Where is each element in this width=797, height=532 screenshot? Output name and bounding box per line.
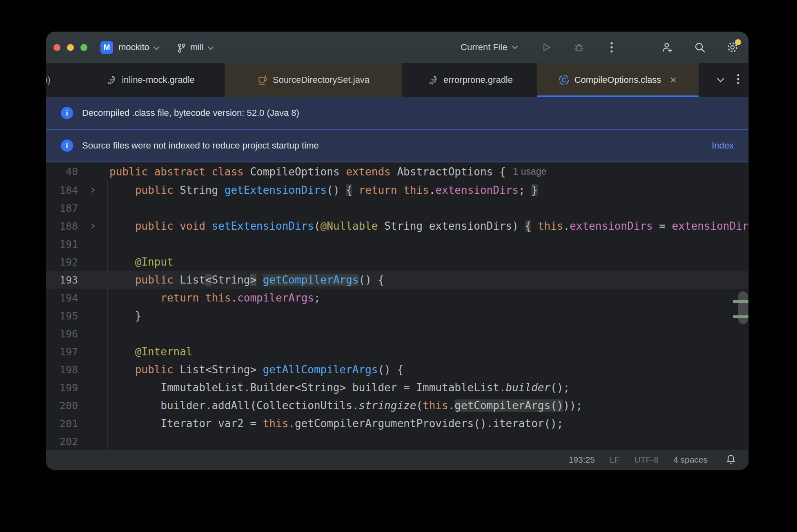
gutter: 202 (46, 432, 107, 449)
code-line-193[interactable]: 193 public List<String> getCompilerArgs(… (46, 271, 748, 289)
code-line-194[interactable]: 194 return this.compilerArgs; (46, 289, 748, 307)
code-line-192[interactable]: 192 @Input (46, 253, 748, 271)
usages-inlay-hint[interactable]: 1 usage (513, 166, 547, 177)
index-link[interactable]: Index (712, 140, 734, 151)
line-number[interactable]: 196 (46, 328, 78, 340)
code-token: CompileOptions (250, 166, 346, 178)
indent-indicator[interactable]: 4 spaces (673, 455, 708, 465)
code-token: void (180, 220, 211, 232)
code-token: class (211, 166, 250, 178)
window-controls (53, 44, 87, 51)
code-line-184[interactable]: 184 public String getExtensionDirs() { r… (46, 181, 748, 199)
class-file-icon: C (558, 74, 570, 86)
fold-arrow-icon[interactable] (78, 222, 107, 230)
code-line-191[interactable]: 191 (46, 235, 748, 253)
settings-gear-icon[interactable] (726, 40, 739, 54)
gutter: 184 (46, 181, 107, 199)
line-number[interactable]: 201 (46, 418, 78, 430)
gutter: 200 (46, 397, 107, 415)
code-line-200[interactable]: 200 builder.addAll(CollectionUtils.strin… (46, 397, 748, 415)
close-window-button[interactable] (53, 44, 60, 51)
code-token: .getCompilerArgumentProviders().iterator… (288, 417, 563, 430)
code-token (109, 220, 135, 232)
code-line-199[interactable]: 199 ImmutableList.Builder<String> builde… (46, 379, 748, 397)
tab-compileoptions-class[interactable]: CCompileOptions.class (537, 63, 699, 97)
fold-arrow-icon[interactable] (78, 186, 107, 194)
line-number[interactable]: 198 (46, 364, 78, 376)
code-token (109, 399, 160, 412)
code-line-196[interactable]: 196 (46, 325, 748, 343)
code-token: )); (563, 399, 582, 412)
code-with-me-user-plus-icon[interactable] (660, 40, 674, 54)
line-number[interactable]: 187 (46, 202, 78, 214)
code-token: getAllCompilerArgs (263, 364, 378, 376)
code-token: . (231, 292, 237, 304)
encoding-indicator[interactable]: UTF-8 (634, 455, 659, 465)
tab-options-kebab-icon[interactable] (737, 74, 739, 86)
git-branch-widget[interactable]: mill (177, 42, 214, 53)
tab-errorprone-gradle[interactable]: errorprone.gradle (402, 63, 537, 97)
code-token (352, 184, 359, 196)
code-line-195[interactable]: 195 } (46, 307, 748, 325)
run-configuration-selector[interactable]: Current File (461, 42, 518, 53)
notifications-bell-icon[interactable] (726, 454, 736, 466)
debug-button[interactable] (572, 40, 586, 54)
code-token: ( (314, 220, 321, 232)
search-icon[interactable] (693, 40, 707, 54)
code-token (109, 256, 135, 268)
line-number[interactable]: 202 (46, 436, 78, 448)
code-token: extensionDirs (570, 220, 653, 232)
gutter: 187 (46, 199, 107, 217)
code-token: String extensionDirs) (378, 220, 525, 232)
line-number[interactable]: 191 (46, 238, 78, 250)
code-token: (); (550, 381, 570, 394)
gutter: 191 (46, 235, 107, 253)
code-line-188[interactable]: 188 public void setExtensionDirs(@Nullab… (46, 217, 748, 235)
close-tab-icon[interactable] (669, 76, 677, 84)
code-token: List<String> (180, 364, 263, 376)
code-token (109, 364, 135, 376)
code-token: { (346, 184, 352, 196)
code-line-202[interactable]: 202 (46, 432, 748, 449)
code-token: ImmutableList.Builder<String> builder = … (160, 381, 505, 394)
code-line-187[interactable]: 187 (46, 199, 748, 217)
tab-b[interactable]: b) (46, 63, 75, 97)
tab-label: b) (46, 75, 51, 85)
line-number[interactable]: 199 (46, 382, 78, 394)
line-number[interactable]: 193 (46, 274, 78, 286)
line-number[interactable]: 194 (46, 292, 78, 304)
code-token: compilerArgs (237, 292, 314, 304)
code-token: AbstractOptions (397, 166, 499, 178)
code-line-201[interactable]: 201 Iterator var2 = this.getCompilerArgu… (46, 415, 748, 432)
code-token: builder (506, 381, 551, 394)
hidden-tabs-chevron-icon[interactable] (717, 78, 725, 82)
tab-inline-mock-gradle[interactable]: inline-mock.gradle (75, 63, 225, 97)
code-line-197[interactable]: 197 @Internal (46, 343, 748, 361)
code-line-198[interactable]: 198 public List<String> getAllCompilerAr… (46, 361, 748, 379)
line-number[interactable]: 200 (46, 400, 78, 412)
code-token: getCompilerArgs() (454, 399, 563, 412)
line-number[interactable]: 192 (46, 256, 78, 268)
zoom-window-button[interactable] (80, 44, 87, 51)
tab-sourcedirectoryset-java[interactable]: SourceDirectorySet.java (225, 63, 402, 97)
line-number[interactable]: 184 (46, 184, 78, 196)
line-number[interactable]: 188 (46, 220, 78, 232)
line-number[interactable]: 197 (46, 346, 78, 358)
code-token: this (263, 417, 289, 430)
status-bar: 193:25 LF UTF-8 4 spaces (46, 449, 748, 470)
line-number[interactable]: 195 (46, 310, 78, 322)
project-widget[interactable]: mockito (118, 42, 160, 53)
caret-position[interactable]: 193:25 (569, 455, 595, 465)
code-text: Iterator var2 = this.getCompilerArgument… (107, 417, 563, 430)
editor-tab-bar: b)inline-mock.gradleSourceDirectorySet.j… (46, 63, 748, 97)
run-button[interactable] (539, 40, 553, 54)
more-actions-kebab-icon[interactable] (605, 40, 619, 54)
project-name: mockito (118, 42, 149, 53)
gutter: 197 (46, 343, 107, 361)
tab-label: CompileOptions.class (574, 75, 661, 85)
code-token: public (135, 220, 180, 232)
minimize-window-button[interactable] (67, 44, 74, 51)
line-ending-indicator[interactable]: LF (610, 455, 620, 465)
editor-code-area[interactable]: 184 public String getExtensionDirs() { r… (46, 181, 748, 449)
project-badge: M (100, 41, 113, 54)
